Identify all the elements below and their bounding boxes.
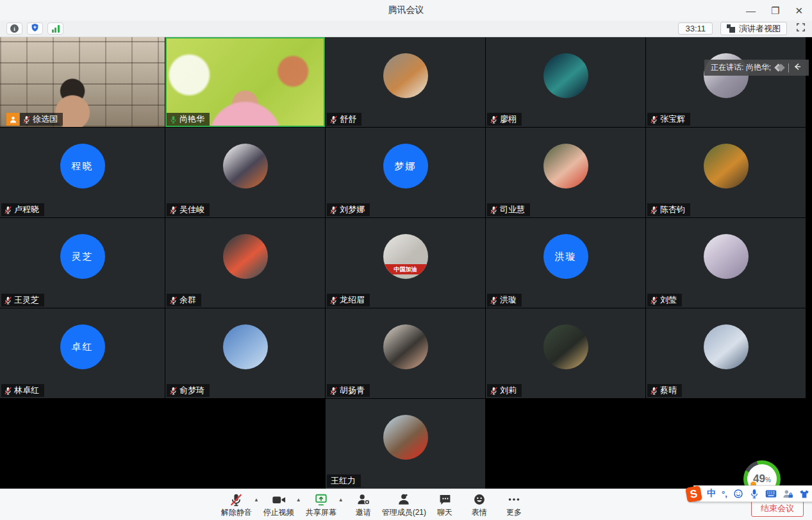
participant-tile[interactable]: 徐选国: [0, 37, 165, 127]
participant-nameplate: 张宝辉: [647, 113, 690, 126]
participant-name: 张宝辉: [660, 113, 685, 125]
minimize-button[interactable]: —: [746, 6, 756, 15]
participant-nameplate: 王红力: [327, 474, 361, 487]
participant-name: 王灵芝: [14, 294, 39, 306]
manage-members-button[interactable]: 管理成员(21): [381, 491, 427, 518]
ime-skin-shirt-icon[interactable]: [799, 489, 809, 499]
participant-nameplate: 林卓红: [1, 384, 44, 397]
network-quality-button[interactable]: [47, 22, 63, 35]
fullscreen-button[interactable]: [796, 22, 806, 35]
profile-avatar: [383, 415, 428, 460]
participant-nameplate: 吴佳峻: [167, 203, 210, 216]
mic-muted-icon: [650, 115, 658, 124]
mic-muted-icon: [490, 206, 498, 214]
participant-name: 吴佳峻: [179, 204, 204, 215]
ime-language-toggle[interactable]: 中: [707, 488, 716, 499]
participant-tile[interactable]: 中国加油龙绍眉: [326, 218, 485, 308]
speaker-view-button[interactable]: 演讲者视图: [720, 22, 787, 35]
participant-tile[interactable]: 灵芝王灵芝: [0, 218, 165, 308]
profile-avatar: [383, 324, 428, 369]
mic-on-icon: [169, 115, 178, 124]
participant-nameplate: 蔡晴: [647, 384, 682, 397]
audio-options-arrow[interactable]: ▲: [254, 497, 259, 503]
participant-tile[interactable]: 俞梦琦: [165, 308, 325, 398]
initials-avatar: 洪璇: [543, 234, 588, 279]
emoji-button[interactable]: 表情: [462, 491, 497, 518]
collapse-arrow-icon[interactable]: [793, 62, 802, 73]
mic-muted-icon: [329, 206, 338, 214]
participant-tile[interactable]: 王红力: [326, 399, 485, 489]
participant-nameplate: 司业慧: [487, 203, 530, 216]
invite-button[interactable]: 邀请: [346, 491, 381, 518]
participant-tile[interactable]: 尚艳华: [165, 37, 325, 127]
mic-muted-icon: [650, 296, 658, 305]
emoji-icon: [473, 492, 486, 507]
participant-tile[interactable]: 梦娜刘梦娜: [326, 128, 485, 217]
participant-grid: 徐选国尚艳华舒舒廖栩张宝辉程晓卢程晓吴佳峻梦娜刘梦娜司业慧陈杏钧灵芝王灵芝余群中…: [0, 37, 806, 489]
participant-name: 尚艳华: [179, 113, 204, 125]
participant-tile[interactable]: 陈杏钧: [646, 128, 806, 217]
participant-nameplate: 刘梦娜: [327, 203, 370, 216]
participant-tile[interactable]: 舒舒: [326, 37, 485, 127]
participant-nameplate: 龙绍眉: [327, 294, 370, 306]
mic-muted-icon: [650, 206, 658, 214]
participant-name: 胡扬青: [340, 385, 365, 396]
participant-tile[interactable]: 程晓卢程晓: [0, 128, 165, 217]
fullscreen-icon: [796, 22, 806, 35]
participant-name: 俞梦琦: [179, 385, 204, 396]
security-shield-icon: [31, 23, 39, 35]
share-screen-button[interactable]: 共享屏幕: [304, 491, 338, 518]
ime-toolbox-person-icon[interactable]: [783, 489, 793, 499]
meeting-info-button[interactable]: i: [6, 22, 22, 35]
members-icon: [397, 492, 411, 507]
more-button[interactable]: 更多: [497, 491, 531, 518]
meeting-statusbar: i 33:11 演讲者视图: [0, 21, 812, 37]
mic-muted-icon: [169, 206, 178, 214]
participant-name: 廖栩: [500, 113, 517, 125]
video-stage: 徐选国尚艳华舒舒廖栩张宝辉程晓卢程晓吴佳峻梦娜刘梦娜司业慧陈杏钧灵芝王灵芝余群中…: [0, 37, 812, 489]
participant-tile[interactable]: 司业慧: [486, 128, 645, 217]
profile-avatar: 中国加油: [383, 234, 428, 279]
initials-avatar: 卓红: [60, 324, 105, 369]
participant-name: 司业慧: [500, 204, 525, 215]
profile-avatar: [543, 53, 588, 98]
sogou-logo-icon[interactable]: S: [685, 485, 702, 503]
ime-emoji-icon[interactable]: [733, 489, 743, 499]
participant-tile[interactable]: 吴佳峻: [165, 128, 325, 217]
profile-avatar: [543, 144, 588, 189]
more-dots-icon: [507, 492, 521, 507]
participant-tile[interactable]: 洪璇洪璇: [486, 218, 645, 308]
mic-muted-icon: [650, 387, 658, 395]
participant-tile[interactable]: 蔡晴: [646, 308, 806, 398]
avatar-banner-text: 中国加油: [383, 264, 428, 274]
video-options-arrow[interactable]: ▲: [296, 497, 301, 503]
participant-tile[interactable]: 余群: [165, 218, 325, 308]
participant-tile[interactable]: 刘莉: [486, 308, 645, 398]
participant-tile[interactable]: 张宝辉: [646, 37, 806, 127]
end-meeting-button[interactable]: 结束会议: [751, 499, 804, 517]
chat-button[interactable]: 聊天: [427, 491, 462, 518]
meeting-security-button[interactable]: [27, 22, 43, 35]
participant-nameplate: 廖栩: [487, 113, 522, 126]
participant-nameplate: 卢程晓: [1, 203, 44, 216]
invite-person-icon: [356, 492, 370, 507]
share-options-arrow[interactable]: ▲: [338, 497, 344, 503]
ime-punctuation-toggle[interactable]: °,: [722, 489, 727, 499]
profile-avatar: [223, 324, 268, 369]
participant-name: 陈杏钧: [660, 204, 685, 215]
restore-button[interactable]: ❐: [771, 6, 779, 15]
initials-avatar: 灵芝: [60, 234, 105, 279]
participant-tile[interactable]: 卓红林卓红: [0, 308, 165, 398]
participant-tile[interactable]: 廖栩: [486, 37, 645, 127]
close-button[interactable]: ✕: [795, 6, 803, 15]
profile-avatar: [223, 144, 268, 189]
participant-nameplate: 陈杏钧: [647, 203, 690, 216]
mic-muted-icon: [329, 115, 338, 124]
ime-keyboard-icon[interactable]: [765, 489, 777, 498]
unmute-button[interactable]: 解除静音: [219, 491, 254, 518]
brand-logo-icon: [775, 63, 784, 72]
participant-tile[interactable]: 胡扬青: [326, 308, 485, 398]
ime-voice-icon[interactable]: [749, 489, 759, 499]
stop-video-button[interactable]: 停止视频: [261, 491, 296, 518]
participant-tile[interactable]: 刘莹: [646, 218, 806, 308]
